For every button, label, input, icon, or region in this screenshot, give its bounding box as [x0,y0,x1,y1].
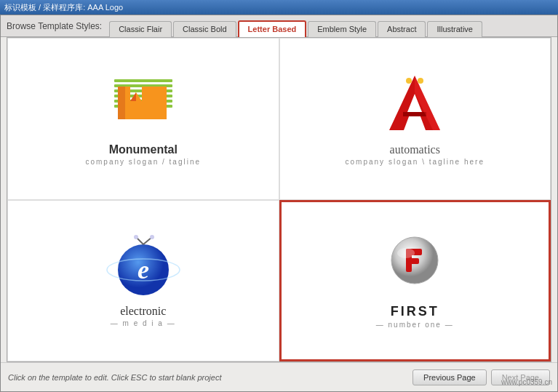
tab-illustrative[interactable]: Illustrative [427,21,482,37]
automatics-icon [371,72,458,137]
svg-point-21 [134,235,138,239]
watermark: www.pc0359.cn [501,378,552,386]
svg-marker-9 [118,87,125,119]
svg-point-12 [406,78,412,84]
monumental-icon [100,72,187,137]
monumental-tagline: company slogan / tagline [85,158,201,166]
prev-page-button[interactable]: Previous Page [412,369,487,385]
svg-rect-0 [114,79,172,82]
main-window: Browse Template Styles: Classic Flair Cl… [0,15,558,392]
bottom-hint: Click on the template to edit. Click ESC… [8,373,221,382]
title-text: 标识模板 / 采样程序库: AAA Logo [4,2,123,13]
tab-bar: Browse Template Styles: Classic Flair Cl… [1,15,557,37]
tab-classic-bold[interactable]: Classic Bold [173,21,236,37]
electronic-icon: e [100,233,187,299]
automatics-tagline: company slogan \ tagline here [346,158,485,166]
svg-point-13 [418,78,423,84]
svg-point-27 [397,248,415,258]
tab-bar-label: Browse Template Styles: [7,21,102,36]
svg-text:e: e [137,255,149,284]
logo-grid: Monumental company slogan / tagline auto… [7,37,551,362]
bottom-bar: Click on the template to edit. Click ESC… [1,362,557,391]
first-icon [371,233,458,298]
first-tagline: — number one — [376,321,454,329]
svg-marker-8 [154,87,167,119]
tab-emblem-style[interactable]: Emblem Style [308,21,376,37]
title-bar: 标识模板 / 采样程序库: AAA Logo [0,0,558,15]
logo-cell-first[interactable]: FIRST — number one — [279,200,551,362]
electronic-tagline: — m e d i a — [111,319,176,327]
automatics-name: automatics [390,143,440,156]
logo-cell-automatics[interactable]: automatics company slogan \ tagline here [279,38,551,200]
monumental-name: Monumental [109,143,178,156]
tab-letter-based[interactable]: Letter Based [238,20,307,37]
svg-rect-14 [403,112,426,116]
electronic-name: electronic [120,305,166,318]
svg-rect-26 [406,258,419,264]
first-name: FIRST [391,304,439,319]
tab-classic-flair[interactable]: Classic Flair [109,21,172,37]
logo-cell-electronic[interactable]: e electronic — m e d i a — [7,200,279,362]
svg-point-19 [150,235,154,239]
tab-abstract[interactable]: Abstract [378,21,426,37]
logo-cell-monumental[interactable]: Monumental company slogan / tagline [7,38,279,200]
